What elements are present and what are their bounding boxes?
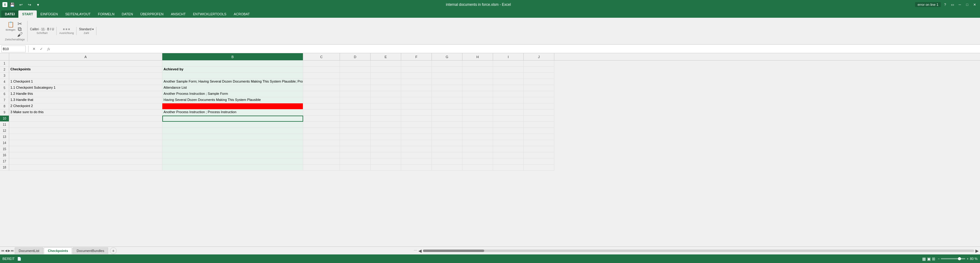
cell-g13[interactable]	[432, 134, 463, 140]
maximize-btn[interactable]: □	[964, 2, 970, 8]
cell-h7[interactable]	[463, 97, 493, 103]
cell-c3[interactable]	[303, 73, 340, 79]
paste-btn[interactable]: 📋Einfügen	[6, 21, 15, 31]
cell-d17[interactable]	[340, 158, 371, 165]
help-btn[interactable]: ?	[942, 2, 948, 8]
cut-btn[interactable]: ✂	[16, 21, 24, 26]
cell-c11[interactable]	[303, 122, 340, 128]
cell-i3[interactable]	[493, 73, 524, 79]
sheet-options-btn[interactable]: ⋯	[414, 249, 417, 253]
cell-i15[interactable]	[493, 146, 524, 152]
cell-f12[interactable]	[401, 128, 432, 134]
tab-start[interactable]: START	[18, 10, 37, 18]
cell-c12[interactable]	[303, 128, 340, 134]
cell-h18[interactable]	[463, 165, 493, 171]
tab-scroll-right-end[interactable]: ⏭	[11, 249, 14, 252]
cell-a4[interactable]: 1 Checkpoint 1	[9, 79, 162, 85]
row-num-14[interactable]: 14	[0, 140, 9, 146]
customize-btn[interactable]: ▾	[34, 1, 41, 8]
cell-a6[interactable]: 1.2 Handle this	[9, 91, 162, 97]
cell-b1[interactable]	[162, 60, 303, 67]
row-num-4[interactable]: 4	[0, 79, 9, 85]
page-layout-view-icon[interactable]: ▣	[927, 257, 931, 261]
row-num-11[interactable]: 11	[0, 122, 9, 128]
cell-b18[interactable]	[162, 165, 303, 171]
cell-e13[interactable]	[371, 134, 401, 140]
cell-i6[interactable]	[493, 91, 524, 97]
row-num-9[interactable]: 9	[0, 109, 9, 116]
row-num-15[interactable]: 15	[0, 146, 9, 152]
zoom-out-btn[interactable]: −	[938, 257, 940, 261]
cell-g5[interactable]	[432, 85, 463, 91]
cell-c8[interactable]	[303, 103, 340, 109]
cell-b5[interactable]: Attendance List	[162, 85, 303, 91]
cell-d14[interactable]	[340, 140, 371, 146]
cell-f8[interactable]	[401, 103, 432, 109]
cell-reference-box[interactable]	[1, 46, 26, 52]
cell-f10[interactable]	[401, 116, 432, 122]
cell-f3[interactable]	[401, 73, 432, 79]
cell-d12[interactable]	[340, 128, 371, 134]
row-num-16[interactable]: 16	[0, 152, 9, 158]
cell-i9[interactable]	[493, 109, 524, 116]
cell-i16[interactable]	[493, 152, 524, 158]
cell-h1[interactable]	[463, 60, 493, 67]
insert-function-icon[interactable]: 𝑓𝑥	[46, 47, 52, 51]
cell-a11[interactable]	[9, 122, 162, 128]
cell-e16[interactable]	[371, 152, 401, 158]
row-num-13[interactable]: 13	[0, 134, 9, 140]
cell-c5[interactable]	[303, 85, 340, 91]
cell-b10[interactable]	[162, 116, 303, 122]
cell-d4[interactable]	[340, 79, 371, 85]
horizontal-scrollbar-thumb[interactable]	[423, 250, 484, 252]
cell-i1[interactable]	[493, 60, 524, 67]
cell-g4[interactable]	[432, 79, 463, 85]
minimize-btn[interactable]: ─	[957, 2, 963, 8]
cell-h9[interactable]	[463, 109, 493, 116]
cell-j9[interactable]	[524, 109, 554, 116]
row-num-8[interactable]: 8	[0, 103, 9, 109]
cell-d9[interactable]	[340, 109, 371, 116]
cell-j13[interactable]	[524, 134, 554, 140]
cell-e11[interactable]	[371, 122, 401, 128]
cell-j10[interactable]	[524, 116, 554, 122]
cell-d18[interactable]	[340, 165, 371, 171]
cell-h14[interactable]	[463, 140, 493, 146]
cell-j14[interactable]	[524, 140, 554, 146]
cell-e7[interactable]	[371, 97, 401, 103]
row-num-5[interactable]: 5	[0, 85, 9, 91]
cell-c2[interactable]	[303, 67, 340, 73]
cell-j7[interactable]	[524, 97, 554, 103]
sheet-tab-documentbundles[interactable]: DocumentBundles	[73, 247, 108, 254]
cell-f11[interactable]	[401, 122, 432, 128]
cell-c10[interactable]	[303, 116, 340, 122]
cell-g1[interactable]	[432, 60, 463, 67]
cell-j18[interactable]	[524, 165, 554, 171]
cell-f18[interactable]	[401, 165, 432, 171]
cell-c15[interactable]	[303, 146, 340, 152]
cell-d16[interactable]	[340, 152, 371, 158]
cell-h10[interactable]	[463, 116, 493, 122]
cell-i11[interactable]	[493, 122, 524, 128]
cell-c6[interactable]	[303, 91, 340, 97]
ribbon-display-btn[interactable]: ▭	[950, 2, 956, 8]
cell-d7[interactable]	[340, 97, 371, 103]
cell-d10[interactable]	[340, 116, 371, 122]
cell-a17[interactable]	[9, 158, 162, 165]
cell-e15[interactable]	[371, 146, 401, 152]
cell-b9[interactable]: Another Process Instruction ; Process In…	[162, 109, 303, 116]
copy-btn[interactable]: ⧉	[16, 27, 24, 32]
cell-g8[interactable]	[432, 103, 463, 109]
cell-g9[interactable]	[432, 109, 463, 116]
cell-g16[interactable]	[432, 152, 463, 158]
cell-i2[interactable]	[493, 67, 524, 73]
row-num-1[interactable]: 1	[0, 60, 9, 67]
zoom-slider-thumb[interactable]	[958, 257, 961, 260]
cell-f7[interactable]	[401, 97, 432, 103]
cell-b11[interactable]	[162, 122, 303, 128]
tab-daten[interactable]: DATEN	[118, 10, 137, 18]
cell-j11[interactable]	[524, 122, 554, 128]
cell-b4[interactable]: Another Sample Form; Having Several Doze…	[162, 79, 303, 85]
cell-i14[interactable]	[493, 140, 524, 146]
cell-c13[interactable]	[303, 134, 340, 140]
